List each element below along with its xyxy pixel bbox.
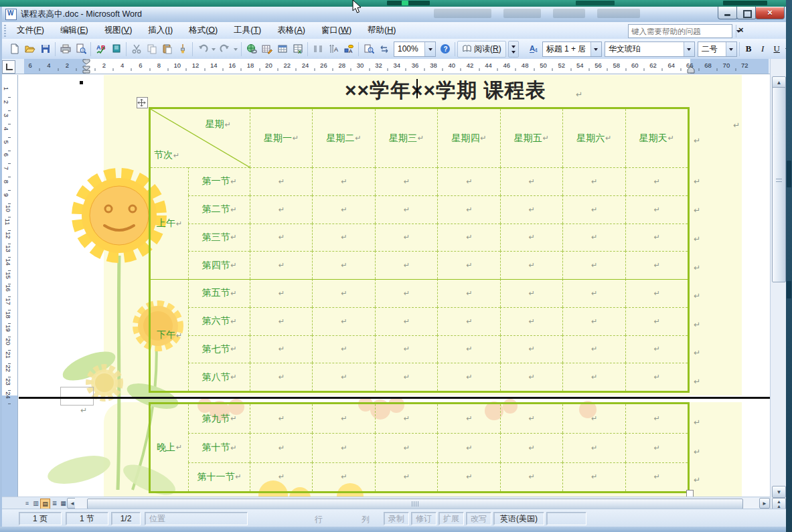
menu-H[interactable]: 帮助(H)	[360, 23, 404, 38]
styles-and-formatting-button[interactable]: A4	[527, 41, 542, 57]
schedule-cell[interactable]: ↵	[375, 224, 437, 252]
day-header-7[interactable]: 星期天↵	[625, 109, 688, 167]
menu-A[interactable]: 表格(A)	[269, 23, 313, 38]
day-header-2[interactable]: 星期二↵	[312, 109, 374, 167]
status-position[interactable]: 位置	[145, 512, 248, 525]
period-cell[interactable]: 第一节↵	[188, 167, 250, 195]
status-overtype[interactable]: 改写	[466, 512, 491, 525]
period-cell[interactable]: 第七节↵	[188, 335, 250, 363]
insert-excel-button[interactable]: X	[290, 41, 305, 57]
print-button[interactable]	[58, 41, 73, 57]
reading-layout-button[interactable]: 阅读(R)	[457, 41, 506, 58]
schedule-cell[interactable]: ↵	[312, 167, 374, 195]
document-map-button[interactable]	[361, 41, 376, 57]
schedule-cell[interactable]: ↵	[437, 251, 499, 279]
schedule-cell[interactable]: ↵	[437, 307, 499, 335]
schedule-cell[interactable]: ↵	[625, 363, 688, 391]
schedule-cell[interactable]: ↵	[375, 462, 437, 491]
menu-E[interactable]: 编辑(E)	[52, 23, 96, 38]
period-cell[interactable]: 第六节↵	[188, 307, 250, 335]
horizontal-scroll-track[interactable]	[75, 498, 761, 509]
period-cell[interactable]: 第五节↵	[188, 279, 250, 307]
schedule-cell[interactable]: ↵	[375, 433, 437, 462]
schedule-cell[interactable]: ↵	[312, 433, 374, 462]
schedule-cell[interactable]: ↵	[500, 224, 562, 252]
status-page-indicator[interactable]: 1/2	[111, 512, 141, 525]
status-record[interactable]: 录制	[384, 512, 409, 525]
undo-button[interactable]	[195, 41, 210, 57]
schedule-cell[interactable]: ↵	[250, 462, 312, 491]
vertical-scrollbar[interactable]: ▲ ▼ ▲▲ ● ▼▼	[770, 59, 787, 527]
format-painter-button[interactable]	[175, 41, 190, 57]
table-move-handle[interactable]	[137, 97, 148, 108]
save-button[interactable]	[37, 41, 53, 57]
schedule-cell[interactable]: ↵	[375, 167, 437, 195]
table-resize-handle[interactable]	[686, 490, 694, 497]
close-button[interactable]: ×	[755, 7, 785, 19]
schedule-cell[interactable]: ↵	[312, 224, 374, 252]
web-layout-view-button[interactable]: ▥	[31, 499, 40, 508]
schedule-cell[interactable]: ↵	[562, 224, 625, 252]
tab-selector[interactable]	[2, 60, 15, 74]
menu-T[interactable]: 工具(T)	[226, 23, 269, 38]
toolbar-grip[interactable]	[4, 25, 6, 37]
redo-dropdown[interactable]	[232, 41, 239, 57]
schedule-cell[interactable]: ↵	[312, 279, 374, 307]
schedule-cell[interactable]: ↵	[250, 195, 312, 224]
schedule-cell[interactable]: ↵	[562, 195, 625, 224]
day-header-6[interactable]: 星期六↵	[562, 109, 625, 167]
schedule-cell[interactable]: ↵	[312, 335, 374, 363]
period-cell[interactable]: 第三节↵	[188, 224, 250, 252]
indent-markers[interactable]	[81, 59, 92, 74]
redo-button[interactable]	[217, 41, 232, 57]
status-section[interactable]: 1 节	[66, 512, 108, 525]
schedule-cell[interactable]: ↵	[500, 335, 562, 363]
schedule-cell[interactable]: ↵	[250, 251, 312, 279]
normal-view-button[interactable]: ≡	[23, 499, 31, 508]
schedule-cell[interactable]: ↵	[625, 195, 688, 224]
schedule-cell[interactable]: ↵	[375, 279, 437, 307]
vertical-scroll-thumb[interactable]	[772, 87, 786, 282]
font-size-combo[interactable]: 二号	[698, 41, 737, 57]
vertical-ruler[interactable]: 123456789101112131415161718192021222324	[2, 75, 18, 497]
chevron-down-icon[interactable]	[726, 42, 736, 56]
schedule-cell[interactable]: ↵	[375, 363, 437, 391]
schedule-cell[interactable]: ↵	[437, 335, 499, 363]
schedule-cell[interactable]: ↵	[500, 307, 562, 335]
schedule-cell[interactable]: ↵	[500, 404, 562, 433]
menu-O[interactable]: 格式(O)	[181, 23, 226, 38]
font-combo[interactable]: 华文琥珀	[605, 41, 695, 57]
schedule-cell[interactable]: ↵	[437, 195, 499, 224]
schedule-cell[interactable]: ↵	[437, 433, 499, 462]
paste-button[interactable]	[159, 41, 175, 57]
schedule-cell[interactable]: ↵	[312, 195, 374, 224]
schedule-cell[interactable]: ↵	[562, 404, 625, 433]
tables-and-borders-button[interactable]	[259, 41, 274, 57]
schedule-cell[interactable]: ↵	[562, 335, 625, 363]
schedule-cell[interactable]: ↵	[625, 433, 688, 462]
schedule-cell[interactable]: ↵	[625, 279, 688, 307]
schedule-cell[interactable]: ↵	[250, 279, 312, 307]
schedule-cell[interactable]: ↵	[500, 279, 562, 307]
schedule-cell[interactable]: ↵	[437, 167, 499, 195]
print-layout-view-button[interactable]: ▤	[40, 499, 50, 509]
schedule-cell[interactable]: ↵	[500, 195, 562, 224]
section-cell[interactable]: 晚上↵	[151, 404, 188, 491]
period-cell[interactable]: 第十节↵	[188, 433, 250, 462]
scroll-down-button[interactable]: ▼	[772, 486, 786, 498]
schedule-cell[interactable]: ↵	[500, 251, 562, 279]
period-cell[interactable]: 第二节↵	[188, 195, 250, 224]
schedule-cell[interactable]: ↵	[562, 279, 625, 307]
schedule-cell[interactable]: ↵	[625, 335, 688, 363]
new-document-button[interactable]	[7, 41, 22, 57]
schedule-cell[interactable]: ↵	[500, 363, 562, 391]
schedule-cell[interactable]: ↵	[437, 462, 499, 491]
open-button[interactable]	[22, 41, 37, 57]
schedule-cell[interactable]: ↵	[625, 462, 688, 491]
chevron-down-icon[interactable]	[590, 42, 601, 56]
copy-button[interactable]	[144, 41, 159, 57]
undo-dropdown[interactable]	[210, 41, 217, 57]
schedule-cell[interactable]: ↵	[437, 279, 499, 307]
day-header-5[interactable]: 星期五↵	[500, 109, 562, 167]
schedule-cell[interactable]: ↵	[500, 167, 562, 195]
